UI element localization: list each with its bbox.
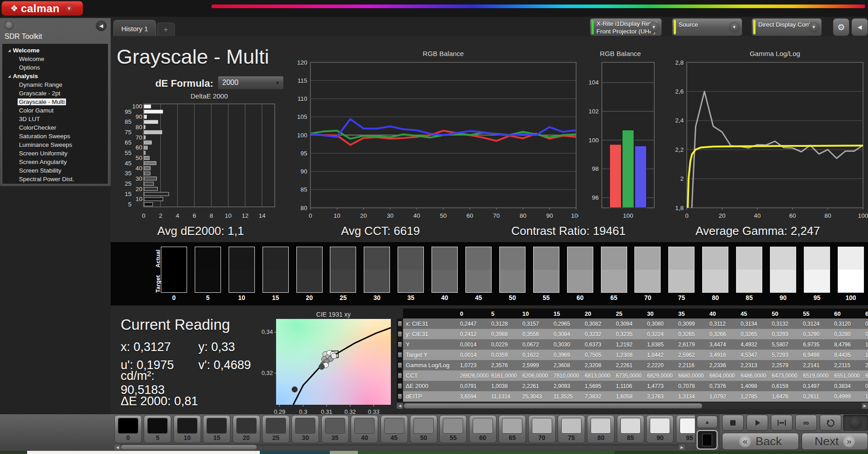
sidebar-item-colorchecker[interactable]: ColorChecker: [2, 123, 108, 132]
patch-button-0[interactable]: 0: [114, 415, 142, 443]
patch-button-50[interactable]: 50: [410, 415, 437, 443]
tab-history-1[interactable]: History 1: [113, 20, 156, 37]
patch-button-65[interactable]: 65: [498, 415, 526, 443]
sidebar-item-options[interactable]: Options: [2, 63, 108, 72]
patch-button-10[interactable]: 10: [174, 415, 201, 443]
sidebar-item-grayscale-2pt[interactable]: Grayscale - 2pt: [2, 89, 108, 98]
back-button[interactable]: « Back: [722, 433, 799, 450]
next-button[interactable]: Next »: [802, 433, 868, 450]
table-cell: 2,6179: [676, 342, 707, 348]
table-row: y: CIE310,24120,39880,35560,30840,32320,…: [403, 329, 868, 339]
table-cell: 7810,0000: [551, 373, 582, 379]
table-row-handle[interactable]: [398, 332, 402, 337]
sidebar-item-saturation-sweeps[interactable]: Saturation Sweeps: [2, 132, 108, 140]
patch-button-90[interactable]: 90: [646, 415, 674, 443]
sidebar-item-spectral-power-dist-[interactable]: Spectral Power Dist.: [2, 175, 108, 183]
patch-button-15[interactable]: 15: [203, 415, 230, 443]
next-label: Next: [815, 435, 839, 449]
scroll-left-icon[interactable]: ◀: [397, 403, 403, 409]
display-control-dropdown[interactable]: Direct Display Control ▼: [751, 18, 822, 36]
table-row-gutter: [397, 318, 403, 402]
chevron-down-icon: ▼: [275, 80, 280, 85]
table-row-handle[interactable]: [398, 384, 402, 388]
patch-button-5[interactable]: 5: [144, 415, 171, 443]
source-dropdown[interactable]: Source ▼: [672, 18, 742, 36]
table-scroll-thumb[interactable]: [404, 403, 702, 408]
patch-swatch: [443, 418, 463, 434]
table-row-handle[interactable]: [398, 363, 402, 368]
sidebar-item-3d-lut[interactable]: 3D LUT: [2, 115, 108, 123]
grayscale-swatch: [838, 247, 864, 293]
strip-swatch-40: 40: [432, 247, 458, 303]
svg-text:30: 30: [387, 212, 394, 219]
panel-collapse-button[interactable]: ◀: [851, 18, 868, 36]
patch-button-30[interactable]: 30: [291, 415, 319, 443]
table-row-handle[interactable]: [398, 352, 402, 357]
table-cell: 11,1314: [488, 393, 520, 400]
sidebar-item-welcome[interactable]: Welcome: [2, 55, 108, 63]
refresh-button[interactable]: [820, 415, 841, 431]
patch-button-55[interactable]: 55: [439, 415, 467, 443]
table-row-handle[interactable]: [398, 342, 402, 347]
patch-label: 50: [410, 434, 437, 441]
patch-button-35[interactable]: 35: [321, 415, 349, 443]
stop-button[interactable]: [722, 415, 744, 431]
calman-logo-text: calman: [21, 2, 60, 15]
table-row-handle[interactable]: [398, 394, 402, 399]
tab-add-button[interactable]: +: [157, 23, 175, 37]
continuous-measure-button[interactable]: ∞: [795, 415, 817, 431]
current-patch-button[interactable]: [697, 430, 718, 449]
table-cell: 1,4773: [644, 383, 676, 389]
scroll-left-icon[interactable]: ◀: [114, 445, 121, 450]
sidebar-item-screen-stability[interactable]: Screen Stability: [2, 166, 108, 175]
svg-text:60: 60: [466, 212, 473, 219]
table-cell: 3,6594: [457, 393, 488, 400]
patch-button-85[interactable]: 85: [617, 415, 644, 443]
patch-scroll-thumb[interactable]: [121, 445, 257, 449]
patch-button-75[interactable]: 75: [558, 415, 585, 443]
table-cell: 0,3157: [520, 321, 551, 327]
settings-button[interactable]: ⚙: [833, 18, 849, 36]
patch-button-40[interactable]: 40: [351, 415, 378, 443]
scroll-right-icon[interactable]: ▶: [679, 445, 685, 450]
table-cell: 3,4916: [707, 352, 738, 358]
de-formula-dropdown[interactable]: 2000 ▼: [218, 76, 284, 89]
actual-half: [804, 247, 830, 270]
sidebar-item-dynamic-range[interactable]: Dynamic Range: [2, 80, 108, 89]
grayscale-swatch: [533, 247, 559, 293]
sidebar-item-color-gamut[interactable]: Color Gamut: [2, 106, 108, 115]
tree-expander-icon: ◢: [8, 49, 10, 52]
sidebar-item-screen-uniformity[interactable]: Screen Uniformity: [2, 149, 108, 158]
table-column-header: 25: [613, 310, 644, 317]
meter-dropdown[interactable]: X-Rite i1Display Retail Front Projector …: [590, 18, 662, 36]
single-measure-button[interactable]: [771, 415, 793, 431]
sidebar-collapse-button[interactable]: ◀: [96, 20, 107, 31]
desktop-peek: [330, 451, 358, 454]
patch-button-60[interactable]: 60: [469, 415, 497, 443]
patch-button-45[interactable]: 45: [380, 415, 408, 443]
table-cell: 0,3080: [644, 321, 676, 327]
logo-dropdown-arrow-icon[interactable]: ▼: [64, 4, 74, 14]
table-row-handle[interactable]: [398, 321, 402, 326]
target-half: [364, 270, 389, 292]
table-cell: 2,2116: [676, 362, 707, 369]
sidebar-item-luminance-sweeps[interactable]: Luminance Sweeps: [2, 140, 108, 149]
svg-text:96: 96: [592, 194, 599, 201]
svg-text:102: 102: [588, 108, 599, 115]
table-cell: 0,1622: [520, 352, 551, 358]
patch-button-20[interactable]: 20: [233, 415, 260, 443]
patch-button-80[interactable]: 80: [587, 415, 615, 443]
table-cell: 0,3834: [831, 383, 863, 389]
scroll-right-icon[interactable]: ▶: [862, 403, 868, 409]
sidebar-item-grayscale-multi[interactable]: Grayscale - Multi: [2, 98, 108, 106]
play-button[interactable]: [746, 415, 768, 431]
patch-button-25[interactable]: 25: [262, 415, 290, 443]
table-row-handle[interactable]: [398, 373, 402, 378]
sidebar-item-screen-angularity[interactable]: Screen Angularity: [2, 158, 108, 166]
patch-hscrollbar[interactable]: ◀ ▶: [114, 445, 685, 450]
table-hscrollbar[interactable]: ◀ ▶: [397, 403, 868, 409]
expand-up-button[interactable]: ▲: [697, 416, 718, 428]
calman-logo-button[interactable]: ❖ calman ▼: [1, 1, 83, 16]
patch-label: 75: [558, 434, 585, 441]
patch-button-70[interactable]: 70: [528, 415, 556, 443]
